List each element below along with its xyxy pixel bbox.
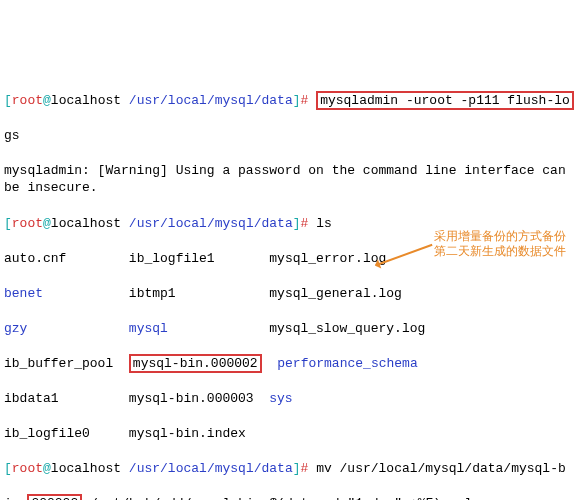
- at: @: [43, 93, 51, 108]
- warning-line: mysqladmin: [Warning] Using a password o…: [4, 162, 577, 197]
- bracket: [: [4, 93, 12, 108]
- highlighted-file: mysql-bin.000002: [129, 354, 262, 373]
- annotation-text: 采用增量备份的方式备份第二天新生成的数据文件: [434, 229, 574, 258]
- line: gs: [4, 127, 577, 145]
- host: localhost: [51, 93, 121, 108]
- line: in.000002 /opt/bak/add/mysql-bin-$(date …: [4, 495, 577, 500]
- user: root: [12, 93, 43, 108]
- hash: #: [301, 93, 309, 108]
- line: [root@localhost /usr/local/mysql/data]# …: [4, 92, 577, 110]
- ls-row: gzy mysql mysql_slow_query.log: [4, 320, 577, 338]
- line: [root@localhost /usr/local/mysql/data]# …: [4, 460, 577, 478]
- highlighted-command: mysqladmin -uroot -p111 flush-lo: [316, 91, 574, 110]
- highlighted-num: 000002: [27, 494, 82, 500]
- command[interactable]: mv /usr/local/mysql/data/mysql-b: [308, 461, 565, 476]
- path: /usr/local/mysql/data: [121, 93, 293, 108]
- ls-row: benet ibtmp1 mysql_general.log: [4, 285, 577, 303]
- ls-row: ib_buffer_pool mysql-bin.000002 performa…: [4, 355, 577, 373]
- terminal-output: [root@localhost /usr/local/mysql/data]# …: [4, 74, 577, 500]
- ls-row: ib_logfile0 mysql-bin.index: [4, 425, 577, 443]
- ls-row: ibdata1 mysql-bin.000003 sys: [4, 390, 577, 408]
- bracket: ]: [293, 93, 301, 108]
- command[interactable]: ls: [308, 216, 331, 231]
